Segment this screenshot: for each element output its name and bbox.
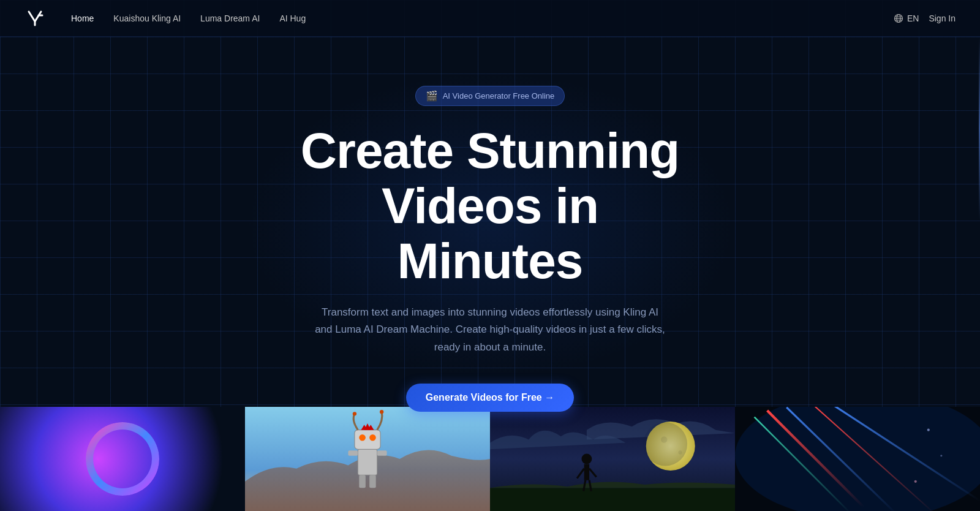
svg-point-22 [581, 454, 592, 464]
moon-scene [490, 407, 735, 511]
globe-icon [894, 13, 903, 23]
svg-point-9 [369, 434, 376, 441]
svg-point-8 [359, 434, 366, 441]
language-selector[interactable]: EN [894, 13, 919, 23]
cta-button[interactable]: Generate Videos for Free → [406, 384, 574, 412]
video-gallery [0, 407, 980, 511]
hero-title-line2: Minutes [398, 233, 583, 289]
ring-effect [86, 422, 159, 496]
svg-point-32 [940, 455, 942, 456]
hero-badge: 🎬 AI Video Generator Free Online [415, 86, 565, 106]
svg-point-33 [914, 480, 917, 483]
svg-point-25 [735, 407, 980, 511]
svg-rect-12 [359, 475, 366, 488]
nav-aihug[interactable]: AI Hug [279, 13, 306, 23]
video-thumb-2[interactable] [245, 407, 490, 511]
nav-kuaishou[interactable]: Kuaishou Kling AI [113, 13, 181, 23]
video-thumb-1[interactable] [0, 407, 245, 511]
navbar-right: EN Sign In [894, 13, 956, 23]
svg-rect-11 [377, 450, 387, 455]
hero-title-line1: Create Stunning Videos in [301, 123, 679, 233]
svg-point-31 [927, 429, 930, 431]
hero-section: 🎬 AI Video Generator Free Online Create … [0, 37, 980, 412]
film-icon: 🎬 [426, 90, 438, 102]
svg-rect-10 [348, 450, 358, 455]
svg-rect-6 [358, 449, 377, 475]
logo[interactable] [24, 7, 47, 29]
svg-rect-7 [355, 430, 380, 450]
svg-point-14 [353, 412, 356, 415]
svg-point-20 [644, 422, 688, 466]
sign-in-button[interactable]: Sign In [929, 13, 956, 23]
lang-label: EN [907, 13, 919, 23]
svg-rect-21 [490, 488, 735, 511]
nav-home[interactable]: Home [71, 13, 94, 23]
navbar-left: Home Kuaishou Kling AI Luma Dream AI AI … [24, 7, 306, 29]
svg-rect-13 [369, 475, 376, 488]
robot-scene [245, 407, 490, 511]
badge-label: AI Video Generator Free Online [443, 91, 555, 100]
streaks-scene [735, 407, 980, 511]
navbar: Home Kuaishou Kling AI Luma Dream AI AI … [0, 0, 980, 37]
nav-links: Home Kuaishou Kling AI Luma Dream AI AI … [71, 13, 306, 23]
hero-subtitle: Transform text and images into stunning … [312, 304, 668, 357]
hero-title: Create Stunning Videos in Minutes [214, 123, 766, 289]
svg-rect-23 [584, 464, 589, 480]
video-thumb-3[interactable] [490, 407, 735, 511]
video-thumb-4[interactable] [735, 407, 980, 511]
nav-luma[interactable]: Luma Dream AI [200, 13, 260, 23]
